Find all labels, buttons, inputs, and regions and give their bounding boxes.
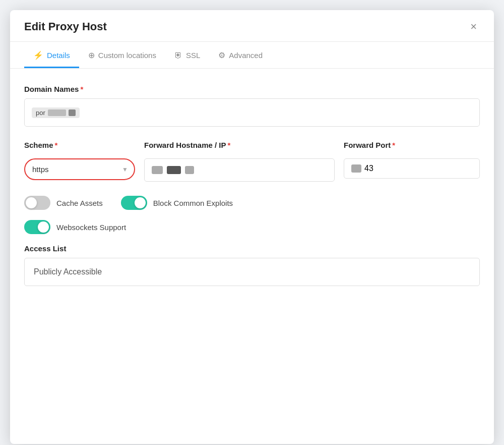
tab-advanced-label: Advanced [229,51,263,60]
block-exploits-thumb [135,197,146,208]
domain-tag: por [32,107,80,118]
tab-custom-locations-label: Custom locations [98,51,156,60]
hostname-blurred-1 [152,166,163,174]
scheme-hostname-port-row: Scheme* http https ▼ Forward Hostname / … [24,141,480,182]
domain-blurred-2 [69,109,76,116]
tab-custom-locations[interactable]: ⊕ Custom locations [79,42,165,68]
tab-details-label: Details [47,51,70,60]
port-required-star: * [392,141,395,149]
tab-ssl-label: SSL [186,51,200,60]
domain-names-input[interactable]: por [24,98,480,127]
port-value: 43 [364,164,373,173]
close-button[interactable]: × [467,20,480,33]
scheme-select[interactable]: http https [24,158,135,180]
tab-advanced[interactable]: ⚙ Advanced [209,42,272,68]
hostname-label: Forward Hostname / IP* [144,141,335,149]
tab-ssl[interactable]: ⛨ SSL [165,42,209,68]
modal-body: Domain Names* por Scheme* http https [10,69,494,300]
toggle-row-1: Cache Assets Block Common Exploits [24,196,480,210]
edit-proxy-host-modal: Edit Proxy Host × ⚡ Details ⊕ Custom loc… [10,10,494,444]
block-exploits-toggle-item: Block Common Exploits [121,196,233,210]
modal-title: Edit Proxy Host [24,20,107,33]
tab-details[interactable]: ⚡ Details [24,42,79,68]
cache-assets-label: Cache Assets [56,199,103,207]
domain-blurred [48,109,66,116]
hostname-blurred-2 [167,166,181,174]
websockets-thumb [38,221,49,233]
websockets-label: Websockets Support [56,223,126,232]
websockets-toggle[interactable] [24,220,50,234]
scheme-select-wrap: http https ▼ [24,158,135,180]
access-list-value: Publicly Accessible [34,267,102,276]
websockets-toggle-item: Websockets Support [24,220,126,234]
cache-assets-toggle-item: Cache Assets [24,196,103,210]
port-input[interactable]: 43 [344,158,480,179]
access-list-section: Access List Publicly Accessible [24,244,480,286]
hostname-required-star: * [228,141,231,149]
tab-bar: ⚡ Details ⊕ Custom locations ⛨ SSL ⚙ Adv… [10,42,494,69]
access-list-label: Access List [24,244,480,253]
access-list-select[interactable]: Publicly Accessible [24,258,480,286]
scheme-label: Scheme* [24,141,135,149]
hostname-field-group: Forward Hostname / IP* [144,141,335,182]
domain-tag-text: por [36,109,45,117]
cache-assets-thumb [26,197,37,208]
details-icon: ⚡ [33,51,43,60]
block-exploits-toggle[interactable] [121,196,147,210]
port-field-group: Forward Port* 43 [344,141,480,179]
port-label: Forward Port* [344,141,480,149]
hostname-blurred-3 [185,166,194,174]
port-blurred [351,164,361,173]
modal-header: Edit Proxy Host × [10,10,494,42]
toggle-row-2: Websockets Support [24,220,480,234]
ssl-icon: ⛨ [174,51,182,60]
domain-names-label: Domain Names* [24,85,480,93]
scheme-field-group: Scheme* http https ▼ [24,141,135,180]
custom-locations-icon: ⊕ [88,51,95,60]
domain-required-star: * [80,85,83,93]
block-exploits-label: Block Common Exploits [153,199,233,207]
scheme-required-star: * [55,141,58,149]
advanced-icon: ⚙ [218,51,225,60]
hostname-input[interactable] [144,158,335,182]
cache-assets-toggle[interactable] [24,196,50,210]
